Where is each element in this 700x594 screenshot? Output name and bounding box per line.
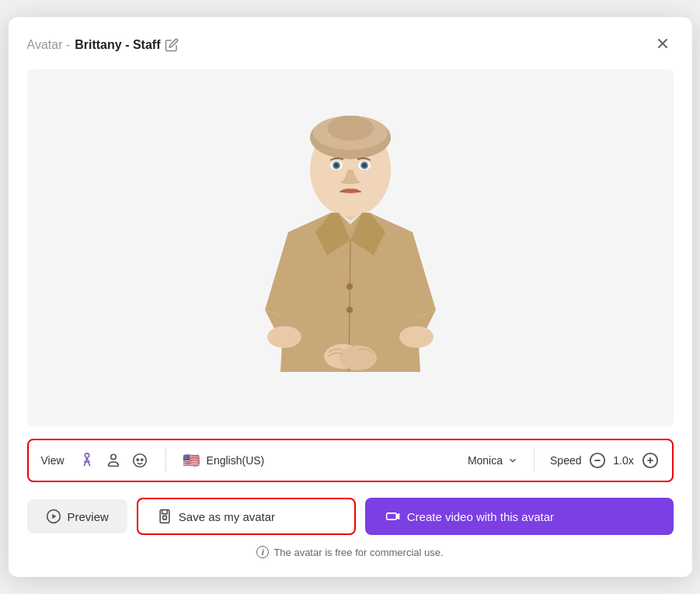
preview-label: Preview bbox=[68, 510, 109, 523]
edit-icon[interactable] bbox=[165, 38, 179, 52]
view-label: View bbox=[41, 454, 64, 467]
voice-chevron-icon bbox=[507, 455, 518, 466]
language-selector[interactable]: 🇺🇸 English(US) bbox=[182, 451, 458, 470]
speed-control: Speed 1.0x bbox=[550, 451, 659, 470]
controls-row: View bbox=[27, 439, 674, 482]
svg-point-16 bbox=[267, 326, 301, 348]
title-prefix: Avatar - bbox=[27, 38, 71, 52]
svg-point-19 bbox=[340, 346, 377, 370]
actions-row: Preview Save as my avatar Create video w… bbox=[27, 498, 674, 535]
svg-point-25 bbox=[141, 459, 142, 460]
svg-point-14 bbox=[347, 283, 353, 290]
notice-text: The avatar is free for commercial use. bbox=[273, 547, 443, 558]
svg-rect-35 bbox=[386, 513, 396, 519]
create-video-icon bbox=[385, 509, 401, 524]
commercial-notice: i The avatar is free for commercial use. bbox=[27, 546, 674, 558]
save-label: Save as my avatar bbox=[179, 510, 275, 523]
view-face-button[interactable] bbox=[130, 450, 150, 471]
svg-point-34 bbox=[162, 516, 166, 519]
voice-selector[interactable]: Monica bbox=[468, 454, 518, 467]
create-label: Create video with this avatar bbox=[407, 510, 554, 523]
title-name: Brittany - Staff bbox=[75, 38, 160, 52]
divider-2 bbox=[534, 448, 535, 473]
avatar-modal: Avatar - Brittany - Staff bbox=[9, 17, 692, 577]
svg-point-10 bbox=[334, 163, 339, 168]
preview-button[interactable]: Preview bbox=[27, 499, 127, 533]
language-name: English(US) bbox=[207, 454, 265, 467]
avatar-image bbox=[242, 77, 459, 419]
flag-icon: 🇺🇸 bbox=[182, 451, 200, 470]
speed-value: 1.0x bbox=[613, 454, 635, 467]
svg-point-24 bbox=[137, 459, 138, 460]
svg-point-17 bbox=[399, 326, 434, 348]
create-video-button[interactable]: Create video with this avatar bbox=[365, 498, 674, 535]
view-full-body-button[interactable] bbox=[77, 450, 97, 471]
info-icon: i bbox=[256, 546, 269, 558]
svg-marker-32 bbox=[52, 514, 56, 519]
close-button[interactable] bbox=[652, 33, 674, 57]
modal-title: Avatar - Brittany - Staff bbox=[27, 38, 179, 52]
preview-icon bbox=[46, 509, 61, 524]
modal-header: Avatar - Brittany - Staff bbox=[27, 33, 674, 57]
view-icons-group bbox=[77, 450, 150, 471]
speed-label: Speed bbox=[550, 454, 581, 467]
view-bust-button[interactable] bbox=[103, 450, 124, 471]
speed-decrease-button[interactable] bbox=[588, 451, 607, 470]
save-avatar-button[interactable]: Save as my avatar bbox=[137, 498, 356, 535]
svg-point-13 bbox=[362, 163, 367, 168]
save-icon bbox=[157, 509, 172, 524]
svg-point-20 bbox=[85, 453, 89, 458]
speed-increase-button[interactable] bbox=[641, 451, 660, 470]
divider-1 bbox=[165, 448, 166, 473]
svg-point-7 bbox=[327, 116, 374, 141]
voice-name: Monica bbox=[468, 454, 503, 467]
avatar-preview-area bbox=[27, 69, 674, 426]
svg-point-15 bbox=[347, 307, 353, 313]
svg-point-23 bbox=[133, 454, 146, 467]
svg-point-21 bbox=[110, 454, 115, 459]
